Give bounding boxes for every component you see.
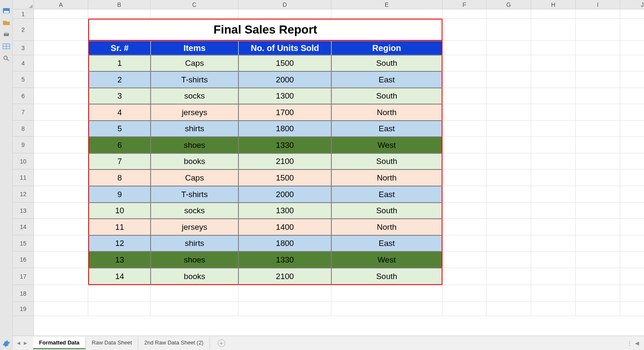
grid-icon[interactable]: [3, 43, 10, 49]
row-header-18[interactable]: 18: [13, 285, 34, 302]
cell[interactable]: [576, 41, 620, 55]
cell[interactable]: [487, 302, 531, 316]
cell[interactable]: [576, 137, 620, 153]
table-cell-item[interactable]: jerseys: [151, 104, 238, 121]
cell[interactable]: [442, 203, 487, 219]
table-cell-region[interactable]: East: [331, 186, 442, 203]
table-cell-region[interactable]: South: [331, 203, 442, 219]
table-cell-units[interactable]: 1800: [238, 235, 331, 251]
cell[interactable]: [576, 104, 620, 121]
column-header-F[interactable]: F: [442, 0, 487, 9]
cell[interactable]: [576, 19, 620, 41]
row-header-4[interactable]: 4: [13, 55, 34, 71]
cell[interactable]: [576, 302, 620, 316]
cell[interactable]: [238, 285, 331, 302]
cell[interactable]: [576, 186, 620, 203]
tab-next-icon[interactable]: ▶: [24, 341, 27, 345]
cell[interactable]: [487, 104, 531, 121]
cell[interactable]: [576, 203, 620, 219]
cell[interactable]: [487, 203, 531, 219]
table-cell-units[interactable]: 2000: [238, 71, 331, 88]
cell[interactable]: [620, 121, 644, 137]
save-icon[interactable]: [3, 8, 10, 14]
cell[interactable]: [34, 203, 88, 219]
cell[interactable]: [531, 121, 576, 137]
cell[interactable]: [487, 219, 531, 235]
cell[interactable]: [576, 55, 620, 71]
cell[interactable]: [620, 186, 644, 203]
cell[interactable]: [487, 285, 531, 302]
table-cell-item[interactable]: socks: [151, 88, 238, 104]
cell[interactable]: [331, 302, 442, 316]
cell[interactable]: [238, 9, 331, 19]
column-header-A[interactable]: A: [34, 0, 88, 9]
cell[interactable]: [531, 88, 576, 104]
cell[interactable]: [34, 169, 88, 186]
row-header-14[interactable]: 14: [13, 219, 34, 235]
cell[interactable]: [620, 219, 644, 235]
cell[interactable]: [531, 41, 576, 55]
cell[interactable]: [88, 285, 151, 302]
cell[interactable]: [620, 203, 644, 219]
cell[interactable]: [576, 121, 620, 137]
cell[interactable]: [487, 121, 531, 137]
cell[interactable]: [34, 104, 88, 121]
table-cell-item[interactable]: shoes: [151, 251, 238, 268]
row-header-12[interactable]: 12: [13, 186, 34, 203]
cell[interactable]: [487, 169, 531, 186]
cell[interactable]: [620, 104, 644, 121]
table-cell-units[interactable]: 1500: [238, 169, 331, 186]
tab-prev-icon[interactable]: ◀: [17, 341, 20, 345]
cell[interactable]: [487, 55, 531, 71]
cell[interactable]: [88, 302, 151, 316]
column-header-I[interactable]: I: [576, 0, 620, 9]
cell[interactable]: [487, 88, 531, 104]
cell[interactable]: [487, 186, 531, 203]
column-header-D[interactable]: D: [238, 0, 331, 9]
new-sheet-button[interactable]: +: [218, 339, 225, 347]
cell[interactable]: [442, 169, 487, 186]
cell[interactable]: [531, 153, 576, 169]
table-cell-item[interactable]: Caps: [151, 55, 238, 71]
cell[interactable]: [442, 88, 487, 104]
column-header-B[interactable]: B: [88, 0, 151, 9]
table-cell-item[interactable]: books: [151, 268, 238, 285]
cell[interactable]: [34, 88, 88, 104]
cell[interactable]: [442, 268, 487, 285]
table-cell-sr[interactable]: 4: [88, 104, 151, 121]
table-cell-units[interactable]: 2000: [238, 186, 331, 203]
cell[interactable]: [487, 251, 531, 268]
cell[interactable]: [442, 71, 487, 88]
cell[interactable]: [442, 251, 487, 268]
cell[interactable]: [620, 71, 644, 88]
row-header-8[interactable]: 8: [13, 121, 34, 137]
cell[interactable]: [487, 235, 531, 251]
cell[interactable]: [442, 104, 487, 121]
cell[interactable]: [442, 9, 487, 19]
table-cell-sr[interactable]: 1: [88, 55, 151, 71]
table-cell-units[interactable]: 2100: [238, 268, 331, 285]
row-header-2[interactable]: 2: [13, 19, 34, 41]
cell[interactable]: [34, 186, 88, 203]
table-cell-sr[interactable]: 5: [88, 121, 151, 137]
row-header-1[interactable]: 1: [13, 9, 34, 19]
column-header-J[interactable]: J: [620, 0, 644, 9]
table-cell-item[interactable]: shirts: [151, 121, 238, 137]
print-icon[interactable]: [3, 31, 10, 37]
sheet-tab[interactable]: Raw Data Sheet: [86, 337, 138, 349]
cell[interactable]: [531, 251, 576, 268]
cell[interactable]: [442, 186, 487, 203]
table-cell-units[interactable]: 1400: [238, 219, 331, 235]
row-header-3[interactable]: 3: [13, 41, 34, 55]
column-header-G[interactable]: G: [487, 0, 531, 9]
tabbar-right-handle[interactable]: ⋮ ◀: [627, 340, 639, 346]
cell[interactable]: [151, 285, 238, 302]
table-cell-sr[interactable]: 8: [88, 169, 151, 186]
cell[interactable]: [531, 104, 576, 121]
cell[interactable]: [620, 251, 644, 268]
column-header-C[interactable]: C: [151, 0, 238, 9]
row-header-15[interactable]: 15: [13, 235, 34, 251]
table-cell-item[interactable]: socks: [151, 203, 238, 219]
cell[interactable]: [531, 19, 576, 41]
cell[interactable]: [331, 285, 442, 302]
